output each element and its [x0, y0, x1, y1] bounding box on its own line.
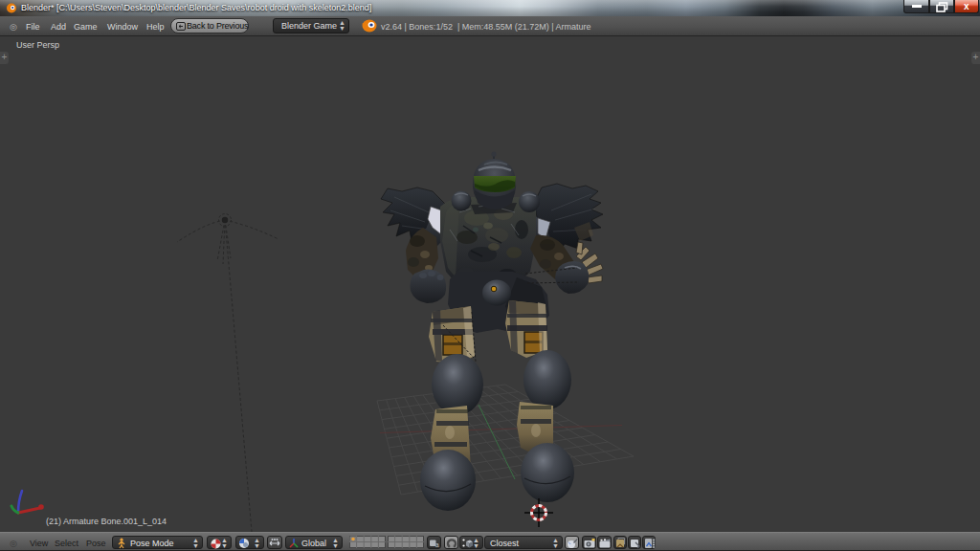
svg-text:a: a: [435, 541, 439, 548]
